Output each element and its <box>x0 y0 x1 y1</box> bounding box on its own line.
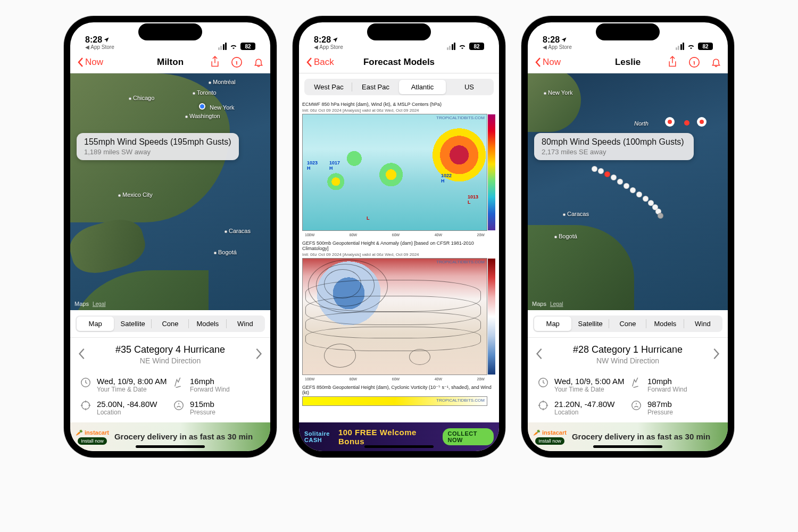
bell-icon[interactable] <box>711 56 721 68</box>
svg-point-6 <box>539 402 547 410</box>
detail-header: #35 Category 4 Hurricane NE Wind Directi… <box>70 337 270 371</box>
stat-pressure: 915mb <box>190 400 215 409</box>
tab-atlantic[interactable]: Atlantic <box>399 80 446 94</box>
chevron-left-icon <box>78 347 85 360</box>
svg-point-2 <box>82 402 90 410</box>
tab-cone[interactable]: Cone <box>609 317 646 331</box>
bell-icon[interactable] <box>253 56 264 68</box>
tab-east-pac[interactable]: East Pac <box>352 80 399 94</box>
location-crosshair-icon <box>537 400 549 411</box>
home-indicator[interactable] <box>593 445 662 448</box>
status-time: 8:28 <box>85 36 102 44</box>
city-label: Toronto <box>193 89 217 96</box>
callout-subtitle: 2,173 miles SE away <box>542 148 686 156</box>
wind-direction-subtitle: NE Wind Direction <box>92 356 249 365</box>
stat-forward-wind: 16mph <box>190 377 230 386</box>
x-axis-ticks: 100W80W60W40W20W <box>303 233 487 237</box>
stat-forward-wind: 10mph <box>647 377 687 386</box>
next-advisory-button[interactable] <box>706 347 720 362</box>
wind-icon <box>630 377 642 388</box>
chart-title: ECMWF 850 hPa Height (dam), Wind (kt), &… <box>299 101 499 108</box>
storm-callout[interactable]: 80mph Wind Speeds (100mph Gusts) 2,173 m… <box>534 133 694 160</box>
page-title: Milton <box>157 57 184 68</box>
page-title: Leslie <box>615 57 641 68</box>
dynamic-island <box>596 23 660 40</box>
nav-bar: Back Forecast Models <box>299 51 499 73</box>
cell-signal-icon <box>218 43 227 50</box>
city-label: Montréal <box>209 79 236 85</box>
wifi-icon <box>458 43 467 49</box>
dynamic-island <box>138 23 202 40</box>
tab-models[interactable]: Models <box>189 317 226 331</box>
ad-text: Grocery delivery in as fast as 30 min <box>572 433 710 442</box>
tab-satellite[interactable]: Satellite <box>114 317 151 331</box>
tab-us[interactable]: US <box>446 80 493 94</box>
info-icon[interactable] <box>688 56 700 68</box>
storm-category-title: #35 Category 4 Hurricane <box>92 344 249 355</box>
tab-cone[interactable]: Cone <box>152 317 189 331</box>
back-button[interactable]: Now <box>534 57 561 68</box>
back-button[interactable]: Now <box>77 57 103 68</box>
chevron-left-icon <box>77 57 84 68</box>
tab-wind[interactable]: Wind <box>227 317 264 331</box>
models-scroll[interactable]: ECMWF 850 hPa Height (dam), Wind (kt), &… <box>299 101 499 422</box>
stat-datetime: Wed, 10/9, 8:00 AM <box>97 377 167 386</box>
status-breadcrumb[interactable]: ◀ App Store <box>543 45 572 50</box>
chart-ecmwf-850[interactable]: ECMWF 850 hPa Height (dam), Wind (kt), &… <box>299 101 499 231</box>
city-label: Bogotá <box>214 249 237 255</box>
ad-install-button[interactable]: Install now <box>535 437 564 445</box>
maps-attribution: Maps Legal <box>74 301 105 307</box>
location-icon <box>103 37 110 43</box>
storm-category-title: #28 Category 1 Hurricane <box>549 344 706 355</box>
callout-title: 155mph Wind Speeds (195mph Gusts) <box>84 137 231 147</box>
wind-icon <box>173 377 185 388</box>
tab-map[interactable]: Map <box>534 317 571 331</box>
storm-dot <box>684 120 689 126</box>
info-icon[interactable] <box>231 56 243 68</box>
status-breadcrumb[interactable]: ◀ App Store <box>314 45 343 50</box>
tab-satellite[interactable]: Satellite <box>571 317 609 331</box>
ad-collect-button[interactable]: COLLECT NOW <box>443 428 494 445</box>
ad-install-button[interactable]: Install now <box>78 437 107 445</box>
prev-advisory-button[interactable] <box>78 347 92 362</box>
colorbar <box>488 114 495 230</box>
storm-callout[interactable]: 155mph Wind Speeds (195mph Gusts) 1,189 … <box>77 133 239 160</box>
nav-bar: Now Milton <box>70 51 270 73</box>
x-axis-ticks: 100W80W60W40W20W <box>303 377 487 381</box>
nav-bar: Now Leslie <box>528 51 728 73</box>
legal-link[interactable]: Legal <box>93 301 105 307</box>
map-view[interactable]: New York North Caracas Bogotá 80mph Wind… <box>528 73 728 310</box>
home-indicator[interactable] <box>364 445 434 448</box>
back-button[interactable]: Back <box>305 57 334 68</box>
maps-attribution: Maps Legal <box>532 301 563 307</box>
status-time: 8:28 <box>314 36 331 44</box>
tab-west-pac[interactable]: West Pac <box>305 80 352 94</box>
share-icon[interactable] <box>210 56 220 69</box>
legal-link[interactable]: Legal <box>550 301 563 307</box>
map-view[interactable]: Montréal Toronto Chicago New York Washin… <box>70 73 270 310</box>
storm-marker[interactable] <box>665 117 675 127</box>
tab-wind[interactable]: Wind <box>684 317 721 331</box>
city-label: Chicago <box>129 95 154 101</box>
view-segmented-control[interactable]: Map Satellite Cone Models Wind <box>76 315 265 332</box>
landmass <box>528 73 581 132</box>
pressure-center-low: 1013L <box>468 194 478 205</box>
next-advisory-button[interactable] <box>249 347 263 362</box>
wifi-icon <box>687 43 695 49</box>
share-icon[interactable] <box>667 56 678 69</box>
tab-map[interactable]: Map <box>77 317 114 331</box>
view-segmented-control[interactable]: Map Satellite Cone Models Wind <box>533 315 722 332</box>
phone-frame-1: 8:28 ◀ App Store 82 Now Milton <box>64 16 277 458</box>
chart-title: GEFS 500mb Geopotential Height & Anomaly… <box>299 239 499 252</box>
tab-models[interactable]: Models <box>646 317 684 331</box>
prev-advisory-button[interactable] <box>535 347 549 362</box>
wind-direction-subtitle: NW Wind Direction <box>549 356 706 365</box>
chart-gefs-500[interactable]: GEFS 500mb Geopotential Height & Anomaly… <box>299 239 499 375</box>
status-breadcrumb[interactable]: ◀ App Store <box>85 45 114 50</box>
home-indicator[interactable] <box>136 445 205 448</box>
region-segmented-control[interactable]: West Pac East Pac Atlantic US <box>304 79 494 95</box>
storm-marker[interactable] <box>697 117 706 127</box>
user-location-dot <box>199 103 205 110</box>
pressure-center-low: L <box>367 215 370 221</box>
chart-gefs-850[interactable]: GEFS 850mb Geopotential Height (dam), Cy… <box>299 384 499 406</box>
